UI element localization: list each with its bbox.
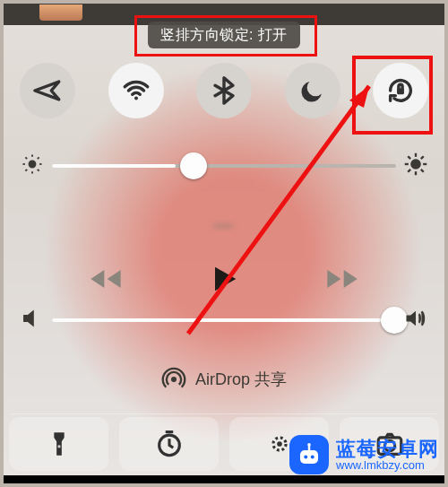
brightness-slider[interactable] (20, 151, 428, 181)
svg-point-0 (134, 97, 138, 100)
wifi-toggle[interactable] (108, 63, 164, 118)
media-transport (86, 257, 362, 301)
watermark: 蓝莓安卓网 www.lmkbzy.com (289, 435, 439, 474)
brightness-low-icon (20, 152, 45, 180)
fast-forward-button[interactable] (323, 259, 362, 299)
rewind-button[interactable] (86, 259, 125, 299)
svg-point-2 (30, 161, 36, 168)
svg-point-11 (411, 160, 419, 168)
bluetooth-icon (209, 75, 239, 106)
svg-line-8 (38, 170, 39, 171)
do-not-disturb-toggle[interactable] (285, 63, 340, 118)
volume-slider[interactable] (20, 305, 428, 335)
airplane-mode-toggle[interactable] (20, 63, 75, 118)
svg-point-34 (307, 443, 311, 447)
flashlight-icon (44, 429, 74, 459)
moon-icon (297, 75, 328, 106)
fast-forward-icon (324, 261, 360, 297)
svg-line-10 (38, 157, 39, 159)
divider (11, 413, 437, 414)
svg-line-16 (408, 156, 410, 159)
svg-rect-30 (300, 450, 318, 464)
brightness-thumb[interactable] (180, 152, 207, 179)
svg-line-17 (421, 170, 424, 172)
airdrop-icon (161, 367, 186, 392)
watermark-logo (289, 435, 329, 474)
svg-point-32 (311, 456, 314, 459)
annotation-highlight-banner (134, 15, 317, 57)
svg-line-7 (25, 157, 27, 159)
svg-point-25 (277, 441, 282, 447)
bluetooth-toggle[interactable] (196, 63, 252, 118)
brightness-high-icon (403, 152, 428, 180)
svg-line-18 (408, 170, 410, 172)
watermark-line2: www.lmkbzy.com (336, 459, 425, 472)
annotation-highlight-lock (352, 56, 433, 135)
svg-line-19 (421, 156, 424, 159)
now-playing-title: — (0, 202, 448, 248)
svg-point-20 (171, 377, 177, 382)
wifi-icon (121, 75, 151, 106)
rewind-icon (88, 261, 124, 297)
airdrop-label: AirDrop 共享 (195, 369, 287, 390)
play-icon (206, 261, 242, 297)
volume-high-icon (403, 306, 428, 335)
timer-shortcut[interactable] (119, 417, 219, 471)
control-center-screenshot: 竖排方向锁定: 打开 (0, 0, 448, 487)
svg-line-9 (25, 170, 27, 171)
flashlight-shortcut[interactable] (9, 417, 108, 471)
airdrop-row[interactable]: AirDrop 共享 (81, 357, 367, 402)
svg-point-31 (304, 456, 307, 459)
timer-icon (154, 429, 185, 459)
volume-low-icon (20, 306, 45, 335)
airplane-icon (32, 75, 63, 106)
play-button[interactable] (204, 259, 244, 299)
watermark-line1: 蓝莓安卓网 (336, 439, 439, 459)
